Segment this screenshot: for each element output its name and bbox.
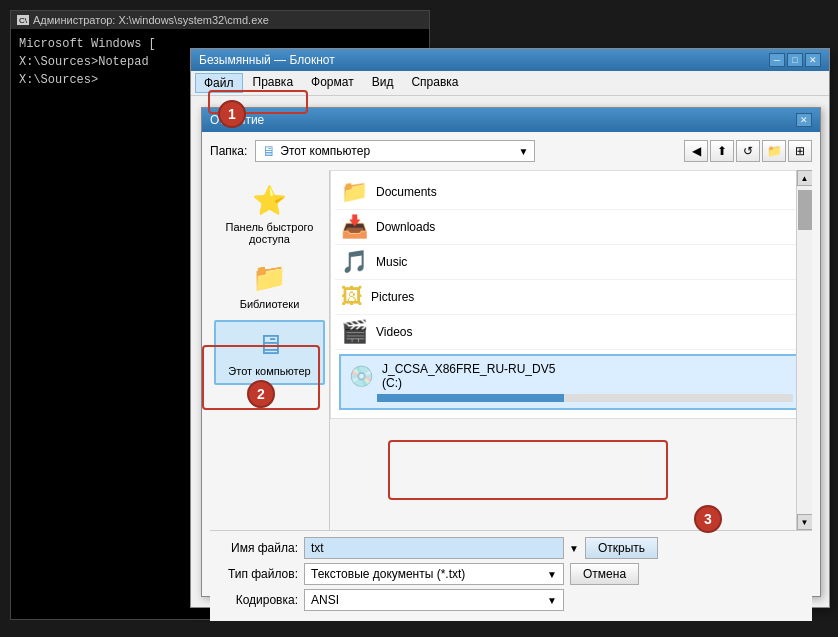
menu-edit[interactable]: Правка <box>245 73 302 93</box>
sidebar-this-pc[interactable]: 🖥 Этот компьютер <box>214 320 325 385</box>
drive-progress-fill <box>377 394 564 402</box>
cmd-title: Администратор: X:\windows\system32\cmd.e… <box>33 14 269 26</box>
open-dialog: Открытие ✕ Папка: 🖥 Этот компьютер ▼ ◀ ⬆… <box>201 107 821 597</box>
notepad-titlebar: Безымянный — Блокнот ─ □ ✕ <box>191 49 829 71</box>
file-name-pictures: Pictures <box>371 290 414 304</box>
filename-label: Имя файла: <box>218 541 298 555</box>
filetype-chevron-icon: ▼ <box>547 569 557 580</box>
encoding-value: ANSI <box>311 593 339 607</box>
filetype-select[interactable]: Текстовые документы (*.txt) ▼ <box>304 563 564 585</box>
encoding-row: Кодировка: ANSI ▼ <box>218 589 804 611</box>
filetype-label: Тип файлов: <box>218 567 298 581</box>
drive-info: J_CCSA_X86FRE_RU-RU_DV5 (C:) <box>382 362 555 390</box>
encoding-label: Кодировка: <box>218 593 298 607</box>
libraries-label: Библиотеки <box>240 298 300 310</box>
dialog-content: 📁 Documents 📥 Downloads 🎵 Music 🖼 <box>330 170 812 419</box>
notepad-menu: Файл Правка Формат Вид Справка <box>191 71 829 96</box>
close-button[interactable]: ✕ <box>805 53 821 67</box>
dialog-titlebar: Открытие ✕ <box>202 108 820 132</box>
music-folder-icon: 🎵 <box>341 249 368 275</box>
filetype-row: Тип файлов: Текстовые документы (*.txt) … <box>218 563 804 585</box>
file-item-documents[interactable]: 📁 Documents <box>335 175 807 210</box>
file-list-container: 📁 Documents 📥 Downloads 🎵 Music 🖼 <box>330 170 812 530</box>
up-button[interactable]: ⬆ <box>710 140 734 162</box>
maximize-button[interactable]: □ <box>787 53 803 67</box>
folder-dropdown-icon: 🖥 <box>262 143 276 159</box>
sidebar-libraries[interactable]: 📁 Библиотеки <box>214 255 325 316</box>
filename-row: Имя файла: txt ▼ Открыть <box>218 537 804 559</box>
file-name-music: Music <box>376 255 407 269</box>
cancel-button[interactable]: Отмена <box>570 563 639 585</box>
dialog-body: Папка: 🖥 Этот компьютер ▼ ◀ ⬆ ↺ 📁 ⊞ <box>202 132 820 629</box>
sidebar-quick-access[interactable]: ⭐ Панель быстрого доступа <box>214 178 325 251</box>
folder-dropdown-value: Этот компьютер <box>280 144 370 158</box>
drive-item-c[interactable]: 💿 J_CCSA_X86FRE_RU-RU_DV5 (C:) <box>339 354 803 410</box>
file-item-videos[interactable]: 🎬 Videos <box>335 315 807 350</box>
menu-help[interactable]: Справка <box>403 73 466 93</box>
encoding-select[interactable]: ANSI ▼ <box>304 589 564 611</box>
drive-progress-bar <box>377 394 793 402</box>
file-name-videos: Videos <box>376 325 412 339</box>
cmd-icon: C\ <box>17 15 29 25</box>
menu-file[interactable]: Файл <box>195 73 243 93</box>
view-button[interactable]: ⊞ <box>788 140 812 162</box>
documents-folder-icon: 📁 <box>341 179 368 205</box>
this-pc-icon: 🖥 <box>256 328 284 361</box>
quick-access-icon: ⭐ <box>252 184 287 217</box>
filename-input[interactable]: txt <box>304 537 564 559</box>
scroll-down-button[interactable]: ▼ <box>797 514 813 530</box>
folder-label: Папка: <box>210 144 247 158</box>
file-item-music[interactable]: 🎵 Music <box>335 245 807 280</box>
file-name-documents: Documents <box>376 185 437 199</box>
pictures-folder-icon: 🖼 <box>341 284 363 310</box>
dropdown-chevron-icon: ▼ <box>518 146 528 157</box>
libraries-icon: 📁 <box>252 261 287 294</box>
new-folder-button[interactable]: 📁 <box>762 140 786 162</box>
back-button[interactable]: ◀ <box>684 140 708 162</box>
open-button[interactable]: Открыть <box>585 537 658 559</box>
file-item-pictures[interactable]: 🖼 Pictures <box>335 280 807 315</box>
filename-value: txt <box>311 541 324 555</box>
annotation-3: 3 <box>694 505 722 533</box>
drive-letter: (C:) <box>382 376 555 390</box>
toolbar-buttons: ◀ ⬆ ↺ 📁 ⊞ <box>684 140 812 162</box>
scroll-thumb[interactable] <box>798 190 812 230</box>
dialog-main: ⭐ Панель быстрого доступа 📁 Библиотеки 🖥… <box>210 170 812 530</box>
quick-access-label: Панель быстрого доступа <box>218 221 321 245</box>
dialog-bottom: Имя файла: txt ▼ Открыть Тип файлов: Тек… <box>210 530 812 621</box>
dialog-controls: ✕ <box>796 113 812 127</box>
dialog-sidebar: ⭐ Панель быстрого доступа 📁 Библиотеки 🖥… <box>210 170 330 530</box>
drive-item-row: 💿 J_CCSA_X86FRE_RU-RU_DV5 (C:) <box>349 362 793 390</box>
cmd-titlebar: C\ Администратор: X:\windows\system32\cm… <box>11 11 429 29</box>
annotation-2: 2 <box>247 380 275 408</box>
videos-folder-icon: 🎬 <box>341 319 368 345</box>
this-pc-label: Этот компьютер <box>228 365 310 377</box>
annotation-1: 1 <box>218 100 246 128</box>
dialog-close-button[interactable]: ✕ <box>796 113 812 127</box>
filename-dropdown-icon: ▼ <box>569 543 579 554</box>
drive-name: J_CCSA_X86FRE_RU-RU_DV5 <box>382 362 555 376</box>
scroll-up-button[interactable]: ▲ <box>797 170 813 186</box>
minimize-button[interactable]: ─ <box>769 53 785 67</box>
refresh-button[interactable]: ↺ <box>736 140 760 162</box>
menu-format[interactable]: Формат <box>303 73 362 93</box>
encoding-chevron-icon: ▼ <box>547 595 557 606</box>
file-name-downloads: Downloads <box>376 220 435 234</box>
file-item-downloads[interactable]: 📥 Downloads <box>335 210 807 245</box>
menu-view[interactable]: Вид <box>364 73 402 93</box>
folder-dropdown[interactable]: 🖥 Этот компьютер ▼ <box>255 140 535 162</box>
dialog-toolbar: Папка: 🖥 Этот компьютер ▼ ◀ ⬆ ↺ 📁 ⊞ <box>210 140 812 162</box>
drive-icon: 💿 <box>349 364 374 388</box>
notepad-title: Безымянный — Блокнот <box>199 53 335 67</box>
notepad-window: Безымянный — Блокнот ─ □ ✕ Файл Правка Ф… <box>190 48 830 608</box>
filetype-value: Текстовые документы (*.txt) <box>311 567 465 581</box>
scrollbar[interactable]: ▲ ▼ <box>796 170 812 530</box>
notepad-controls: ─ □ ✕ <box>769 53 821 67</box>
downloads-folder-icon: 📥 <box>341 214 368 240</box>
